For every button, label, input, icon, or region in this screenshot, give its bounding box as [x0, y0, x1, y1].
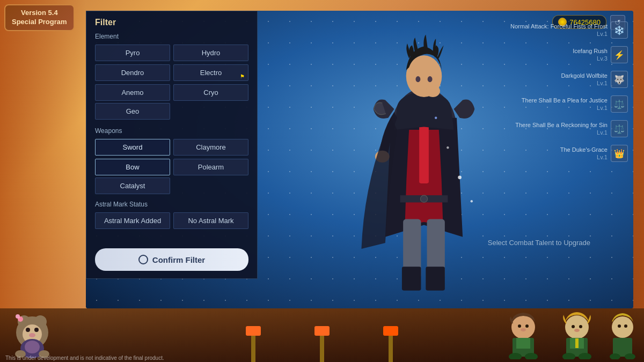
skill-icon-1: ⚡ [611, 46, 628, 63]
svg-point-23 [458, 175, 462, 179]
svg-rect-13 [419, 124, 429, 183]
skill-icon-4: ⚖️ [611, 120, 628, 137]
skill-icon-5: 👑 [611, 145, 628, 162]
astral-btn-added[interactable]: Astral Mark Added [95, 212, 170, 229]
skill-text-5: The Duke's Grace Lv.1 [510, 146, 608, 161]
svg-point-37 [16, 314, 20, 319]
weapon-btn-bow[interactable]: Bow [95, 159, 170, 175]
svg-point-15 [415, 76, 420, 82]
weapon-btn-sword[interactable]: Sword [95, 139, 170, 156]
skill-item-4[interactable]: There Shall Be a Reckoning for Sin Lv.1 … [510, 120, 628, 137]
svg-point-28 [420, 195, 427, 202]
skill-text-1: Icefang Rush Lv.3 [510, 47, 608, 63]
svg-point-24 [447, 146, 449, 149]
bg-left-overlay [0, 0, 86, 362]
svg-point-59 [612, 316, 633, 338]
weapon-btn-polearm[interactable]: Polearm [173, 159, 248, 175]
version-line1: Version 5.4 [12, 9, 67, 18]
element-btn-anemo[interactable]: Anemo [95, 84, 170, 101]
confirm-circle-icon [138, 255, 148, 264]
filter-title: Filter [95, 18, 248, 27]
element-btn-geo[interactable]: Geo [95, 103, 170, 120]
svg-point-44 [525, 324, 529, 328]
svg-point-60 [618, 324, 621, 328]
element-grid: Pyro Hydro Dendro Electro ⚑ Anemo Cryo [95, 45, 248, 101]
chibi-bear [5, 308, 59, 359]
version-line2: Special Program [12, 18, 67, 27]
element-label: Element [95, 33, 248, 40]
confirm-filter-button[interactable]: Confirm Filter [95, 248, 248, 271]
svg-point-25 [471, 200, 473, 202]
chibi-character-2 [553, 308, 601, 359]
svg-point-34 [34, 328, 39, 332]
svg-point-50 [565, 315, 589, 339]
svg-point-17 [426, 85, 440, 97]
element-btn-electro[interactable]: Electro ⚑ [173, 64, 248, 81]
element-btn-dendro[interactable]: Dendro [95, 64, 170, 81]
svg-point-43 [518, 324, 521, 328]
chibi-character-1 [499, 308, 547, 359]
astral-btn-none[interactable]: No Astral Mark [173, 212, 248, 229]
character-container [333, 11, 515, 308]
svg-point-53 [574, 329, 580, 332]
svg-point-42 [511, 315, 535, 339]
astral-label: Astral Mark Status [95, 201, 248, 208]
svg-point-16 [428, 76, 433, 82]
skill-item-2[interactable]: Darkgold Wolfbite Lv.1 🐺 [510, 71, 628, 88]
svg-point-26 [435, 117, 437, 119]
svg-point-51 [572, 325, 575, 328]
version-badge: Version 5.4 Special Program [4, 4, 75, 31]
select-combat-text: Select Combat Talent to Upgrade [488, 239, 590, 247]
svg-point-39 [25, 341, 40, 353]
weapon-btn-catalyst[interactable]: Catalyst [95, 178, 170, 194]
svg-rect-21 [402, 267, 421, 290]
svg-point-52 [579, 325, 582, 328]
skill-text-3: There Shall Be a Plea for Justice Lv.1 [510, 97, 608, 112]
weapons-label: Weapons [95, 127, 248, 135]
skill-text-0: Normal Attack: Forceful Fists of Frost L… [510, 23, 608, 38]
footer-area [0, 308, 644, 362]
weapon-btn-claymore[interactable]: Claymore [173, 139, 248, 156]
skill-icon-3: ⚖️ [611, 95, 628, 113]
chibi-character-3 [601, 308, 644, 359]
filter-panel: Filter Element Pyro Hydro Dendro Electro… [86, 11, 258, 279]
svg-rect-47 [516, 338, 530, 349]
svg-rect-56 [575, 338, 579, 348]
skill-text-4: There Shall Be a Reckoning for Sin Lv.1 [510, 121, 608, 137]
confirm-filter-label: Confirm Filter [152, 255, 205, 264]
skill-item-5[interactable]: The Duke's Grace Lv.1 👑 [510, 145, 628, 162]
weapons-grid: Sword Claymore Bow Polearm [95, 139, 248, 175]
skill-item-1[interactable]: Icefang Rush Lv.3 ⚡ [510, 46, 628, 63]
element-btn-hydro[interactable]: Hydro [173, 45, 248, 61]
disclaimer-text: This is under development and is not ind… [5, 355, 164, 361]
skill-item-0[interactable]: Normal Attack: Forceful Fists of Frost L… [510, 21, 628, 39]
svg-point-45 [521, 328, 526, 331]
element-btn-cryo[interactable]: Cryo [173, 84, 248, 101]
skill-item-3[interactable]: There Shall Be a Plea for Justice Lv.1 ⚖… [510, 95, 628, 113]
skill-icon-0: ❄️ [611, 21, 628, 39]
svg-point-33 [26, 328, 30, 332]
svg-point-61 [624, 324, 627, 328]
astral-grid: Astral Mark Added No Astral Mark [95, 212, 248, 229]
element-btn-pyro[interactable]: Pyro [95, 45, 170, 61]
skills-panel: Normal Attack: Forceful Fists of Frost L… [510, 21, 628, 169]
lantern-posts [251, 333, 393, 362]
svg-point-35 [29, 333, 35, 337]
skill-text-2: Darkgold Wolfbite Lv.1 [510, 72, 608, 87]
svg-rect-22 [426, 267, 445, 290]
character-figure [333, 11, 515, 308]
skill-icon-2: 🐺 [611, 71, 628, 88]
